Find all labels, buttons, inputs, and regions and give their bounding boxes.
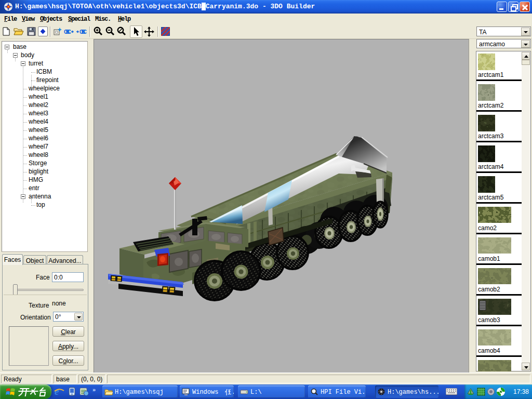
svg-text:OBC: OBC xyxy=(64,29,71,35)
svg-text:OBC: OBC xyxy=(79,29,87,35)
svg-text:e: e xyxy=(55,387,59,397)
